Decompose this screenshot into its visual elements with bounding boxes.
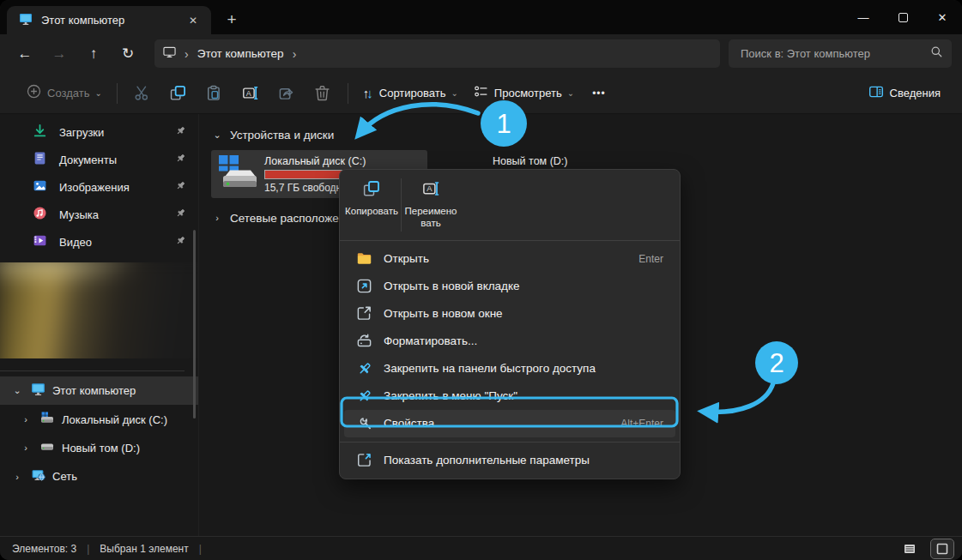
section-devices-header[interactable]: ⌄ Устройства и диски (211, 125, 962, 144)
view-options-icon (474, 84, 488, 102)
sidebar-divider (0, 370, 185, 371)
forward-button[interactable]: → (43, 39, 76, 69)
chevron-right-icon[interactable]: › (211, 213, 223, 223)
navigation-pane: Загрузки Документы Изображения (0, 114, 198, 536)
folder-icon (356, 250, 372, 267)
minimize-button[interactable]: — (844, 0, 883, 34)
tree-item-label: Этот компьютер (52, 384, 136, 397)
close-button[interactable]: ✕ (923, 0, 962, 34)
status-bar: Элементов: 3 | Выбран 1 элемент | (0, 536, 962, 560)
tree-item-label: Новый том (D:) (62, 442, 140, 455)
chevron-right-icon[interactable]: › (10, 472, 24, 482)
sidebar-item-documents[interactable]: Документы (0, 146, 198, 173)
menu-item-label: Закрепить в меню "Пуск" (384, 389, 652, 402)
sidebar-item-network[interactable]: › Сеть (0, 462, 198, 491)
drive-name: Новый том (D:) (493, 155, 650, 167)
copy-label: Копировать (345, 205, 398, 217)
refresh-button[interactable]: ↻ (112, 39, 144, 69)
view-button-label: Просмотреть (494, 87, 562, 99)
rename-button[interactable]: A Переименовать (402, 177, 459, 233)
tree-item-label: Локальный диск (C:) (62, 413, 167, 426)
search-icon (930, 45, 943, 62)
pictures-icon (33, 178, 47, 196)
pin-icon (175, 207, 186, 222)
menu-item-open-new-window[interactable]: Открыть в новом окне (344, 300, 675, 328)
svg-text:A: A (427, 184, 433, 193)
pin-icon (175, 152, 186, 167)
search-input[interactable] (741, 47, 930, 60)
sort-icon: ↑↓ (363, 86, 373, 101)
share-button[interactable] (269, 78, 305, 109)
breadcrumb-separator: › (287, 47, 302, 61)
command-toolbar: Создать ⌄ A ↑↓ Сортировать ⌄ (0, 73, 962, 114)
sidebar-item-music[interactable]: Музыка (0, 201, 198, 228)
see-more-button[interactable]: ••• (582, 87, 616, 99)
menu-divider (340, 240, 680, 241)
copy-button[interactable] (160, 78, 197, 109)
large-icons-view-button[interactable] (931, 539, 953, 558)
menu-item-open-new-tab[interactable]: Открыть в новой вкладке (344, 273, 675, 300)
tab-title: Этот компьютер (41, 14, 184, 27)
pin-icon (175, 179, 186, 195)
menu-item-properties[interactable]: Свойства Alt+Enter (344, 410, 675, 437)
copy-button[interactable]: Копировать (343, 177, 400, 233)
show-more-icon (356, 452, 372, 468)
toolbar-divider (117, 83, 118, 104)
menu-item-label: Свойства (384, 417, 609, 430)
format-drive-icon (356, 333, 372, 349)
sidebar-item-label: Изображения (59, 181, 163, 194)
sidebar-item-label: Документы (59, 154, 163, 166)
breadcrumb[interactable]: › Этот компьютер › (154, 39, 720, 68)
sidebar-scrollbar[interactable] (193, 230, 196, 418)
search-box[interactable] (729, 39, 952, 68)
pin-icon (175, 124, 186, 140)
details-pane-button[interactable]: Сведения (861, 78, 948, 109)
menu-item-pin-quick-access[interactable]: Закрепить на панели быстрого доступа (344, 355, 675, 382)
sidebar-item-this-pc[interactable]: ⌄ Этот компьютер (0, 376, 198, 405)
new-button[interactable]: Создать ⌄ (19, 78, 110, 109)
up-button[interactable]: ↑ (77, 39, 110, 69)
sidebar-item-videos[interactable]: Видео (0, 228, 198, 256)
status-separator: | (87, 543, 89, 555)
chevron-right-icon[interactable]: › (19, 443, 33, 453)
back-button[interactable]: ← (9, 39, 41, 69)
sort-button[interactable]: ↑↓ Сортировать ⌄ (355, 78, 466, 109)
breadcrumb-item-this-pc[interactable]: Этот компьютер (197, 47, 284, 60)
status-separator: | (199, 543, 202, 555)
menu-item-label: Открыть в новой вкладке (384, 280, 652, 292)
cut-button[interactable] (124, 78, 160, 109)
view-button[interactable]: Просмотреть ⌄ (466, 78, 582, 109)
sidebar-item-new-volume-d[interactable]: › Новый том (D:) (0, 434, 198, 461)
rename-icon: A (422, 180, 439, 201)
sidebar-item-local-disk-c[interactable]: › Локальный диск (C:) (0, 406, 198, 433)
new-tab-button[interactable]: + (220, 9, 244, 31)
explorer-tab[interactable]: Этот компьютер ✕ (7, 6, 211, 34)
chevron-right-icon[interactable]: › (19, 414, 33, 425)
rename-button[interactable]: A (233, 78, 269, 109)
open-new-window-icon (356, 305, 372, 322)
menu-item-format[interactable]: Форматировать... (344, 328, 675, 355)
sidebar-item-downloads[interactable]: Загрузки (0, 118, 198, 146)
chevron-down-icon[interactable]: ⌄ (10, 385, 24, 396)
delete-button[interactable] (305, 78, 341, 109)
plus-circle-icon (27, 84, 41, 102)
details-pane-label: Сведения (890, 87, 941, 99)
menu-item-label: Открыть (384, 252, 627, 265)
maximize-button[interactable] (883, 0, 923, 34)
chevron-down-icon[interactable]: ⌄ (211, 129, 223, 141)
wrench-icon (356, 416, 372, 431)
system-drive-icon (216, 154, 257, 196)
menu-item-pin-start[interactable]: Закрепить в меню "Пуск" (344, 382, 675, 410)
menu-item-open[interactable]: Открыть Enter (344, 245, 675, 273)
music-icon (33, 206, 47, 224)
this-pc-icon (19, 12, 33, 29)
maximize-icon (898, 13, 908, 22)
tab-close-icon[interactable]: ✕ (184, 11, 203, 30)
sidebar-item-pictures[interactable]: Изображения (0, 173, 198, 201)
blurred-sidebar-content (0, 262, 198, 358)
details-view-button[interactable] (898, 539, 921, 558)
menu-item-show-more-options[interactable]: Показать дополнительные параметры (344, 447, 675, 474)
details-pane-icon (868, 84, 884, 103)
paste-button[interactable] (197, 78, 233, 109)
items-count: Элементов: 3 (12, 543, 76, 555)
